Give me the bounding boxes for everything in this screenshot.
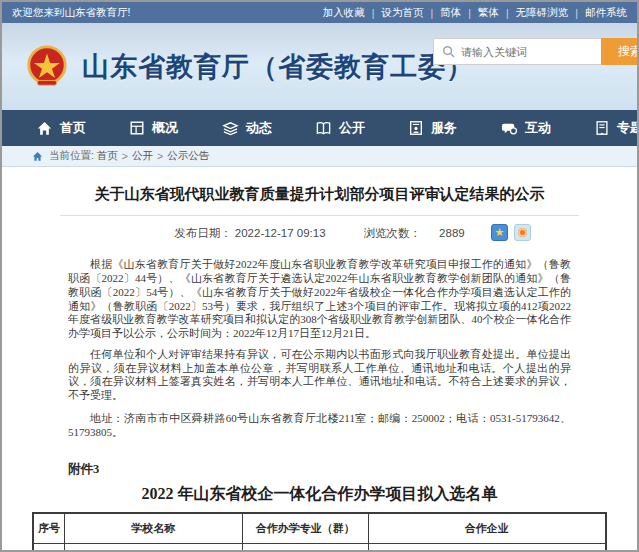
- share-icon[interactable]: [514, 224, 531, 241]
- main-nav: 首页 概况 动态 公开: [2, 110, 637, 146]
- welcome-text: 欢迎您来到山东省教育厅!: [12, 6, 130, 20]
- paragraph-basis: 根据《山东省教育厅关于做好2022年度山东省职业教育教学改革研究项目申报工作的通…: [68, 258, 571, 341]
- publish-date-label: 发布日期：: [174, 226, 232, 241]
- link-separator: |: [372, 7, 375, 19]
- title-divider: [60, 215, 579, 216]
- search-button[interactable]: 搜索: [601, 38, 639, 65]
- mail-system-link[interactable]: 邮件系统: [585, 6, 627, 20]
- topics-icon: [594, 120, 610, 136]
- top-utility-bar: 欢迎您来到山东省教育厅! 加入收藏| 设为首页| 简体| 繁体| 无障碍浏览| …: [2, 2, 637, 23]
- service-icon: [408, 120, 424, 136]
- breadcrumb-separator: >: [122, 150, 128, 162]
- share-icon-dot: [518, 228, 527, 237]
- link-separator: |: [468, 7, 471, 19]
- nav-item-interact[interactable]: 互动: [501, 110, 594, 146]
- nav-label: 首页: [60, 119, 86, 137]
- open-book-icon: [315, 120, 332, 137]
- header-serial-no: 序号: [33, 513, 65, 543]
- nav-item-overview[interactable]: 概况: [129, 110, 222, 146]
- breadcrumb: 当前位置: 首页 > 公开 > 公示公告: [2, 146, 637, 167]
- topbar-links: 加入收藏| 设为首页| 简体| 繁体| 无障碍浏览| 邮件系统: [323, 6, 627, 20]
- accessibility-link[interactable]: 无障碍浏览: [516, 6, 569, 20]
- national-emblem-logo: [24, 44, 70, 90]
- article-content: 关于山东省现代职业教育质量提升计划部分项目评审认定结果的公示 发布日期： 202…: [2, 184, 637, 552]
- search-box: 搜索: [433, 38, 639, 65]
- views-group: 浏览次数： 2889: [364, 226, 465, 241]
- breadcrumb-home[interactable]: 首页: [97, 149, 118, 163]
- cell-partner-company: 青岛啤酒文化传播有限公司: [368, 543, 606, 552]
- nav-label: 公开: [339, 119, 365, 137]
- nav-label: 专题: [617, 119, 637, 137]
- cell-school-name: 青岛酒店管理职业技术学院: [65, 543, 243, 552]
- header-major-group: 合作办学专业（群）: [242, 513, 368, 543]
- nav-item-news[interactable]: 动态: [222, 110, 315, 146]
- article-action-icons: ★: [491, 224, 531, 241]
- location-home-icon: [32, 151, 43, 162]
- nav-item-disclosure[interactable]: 公开: [315, 110, 408, 146]
- publish-date-group: 发布日期： 2022-12-17 09:13: [174, 226, 325, 241]
- views-value: 2889: [439, 227, 465, 239]
- link-separator: |: [506, 7, 509, 19]
- cell-major-group: 旅游管理专业群: [242, 543, 368, 552]
- attachment-label: 附件3: [68, 461, 571, 478]
- cell-serial-no: 21: [33, 543, 65, 552]
- interact-icon: [501, 120, 518, 137]
- paragraph-objection: 任何单位和个人对评审结果持有异议，可在公示期内以书面形式向我厅职业教育处提出。单…: [68, 348, 571, 403]
- nav-item-service[interactable]: 服务: [408, 110, 501, 146]
- header-school-name: 学校名称: [65, 513, 243, 543]
- set-homepage-link[interactable]: 设为首页: [382, 6, 424, 20]
- article-meta: 发布日期： 2022-12-17 09:13 浏览次数： 2889 ★: [32, 223, 607, 243]
- news-icon: [222, 120, 239, 137]
- publish-date-value: 2022-12-17 09:13: [235, 227, 326, 239]
- roster-table-title: 2022 年山东省校企一体化合作办学项目拟入选名单: [32, 484, 607, 505]
- nav-label: 概况: [152, 119, 178, 137]
- home-icon: [36, 120, 53, 137]
- add-favorite-link[interactable]: 加入收藏: [323, 6, 365, 20]
- table-row: 21 青岛酒店管理职业技术学院 旅游管理专业群 青岛啤酒文化传播有限公司: [33, 543, 606, 552]
- roster-table: 序号 学校名称 合作办学专业（群） 合作企业 21 青岛酒店管理职业技术学院 旅…: [32, 512, 607, 552]
- traditional-chinese-link[interactable]: 繁体: [478, 6, 499, 20]
- article-title: 关于山东省现代职业教育质量提升计划部分项目评审认定结果的公示: [72, 184, 567, 204]
- breadcrumb-separator: >: [157, 150, 163, 162]
- breadcrumb-announcements[interactable]: 公示公告: [167, 149, 209, 163]
- nav-label: 互动: [525, 119, 551, 137]
- page: 欢迎您来到山东省教育厅! 加入收藏| 设为首页| 简体| 繁体| 无障碍浏览| …: [0, 0, 639, 552]
- favorite-star-icon[interactable]: ★: [491, 224, 508, 241]
- site-header: 山东省教育厅（省委教育工委） 搜索: [2, 23, 637, 110]
- site-title: 山东省教育厅（省委教育工委）: [82, 49, 474, 85]
- simplified-chinese-link[interactable]: 简体: [440, 6, 461, 20]
- breadcrumb-disclosure[interactable]: 公开: [132, 149, 153, 163]
- header-partner-company: 合作企业: [368, 513, 606, 543]
- nav-label: 服务: [431, 119, 457, 137]
- table-header-row: 序号 学校名称 合作办学专业（群） 合作企业: [33, 513, 606, 543]
- views-label: 浏览次数：: [364, 226, 422, 241]
- link-separator: |: [575, 7, 578, 19]
- nav-label: 动态: [246, 119, 272, 137]
- search-icon: [442, 45, 455, 58]
- search-input-wrap: [433, 38, 601, 65]
- paragraph-address: 地址：济南市市中区舜耕路60号山东省教育厅北楼211室；邮编：250002；电话…: [68, 412, 571, 440]
- nav-item-topics[interactable]: 专题: [594, 110, 637, 146]
- overview-icon: [129, 120, 145, 136]
- search-input[interactable]: [461, 46, 591, 58]
- nav-item-home[interactable]: 首页: [36, 110, 129, 146]
- breadcrumb-label: 当前位置:: [49, 149, 94, 163]
- link-separator: |: [431, 7, 434, 19]
